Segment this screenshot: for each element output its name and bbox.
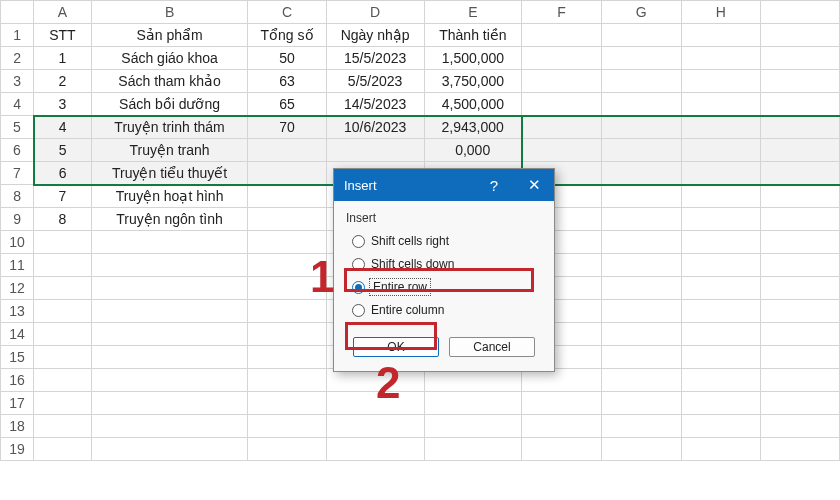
option-label: Entire column [371,303,444,317]
cell[interactable]: Sản phẩm [91,24,248,47]
row-header[interactable]: 16 [1,369,34,392]
row-header[interactable]: 14 [1,323,34,346]
row-header[interactable]: 7 [1,162,34,185]
table-row-selected: 6 5Truyện tranh0,000 [1,139,840,162]
row-header[interactable]: 2 [1,47,34,70]
row-header[interactable]: 4 [1,93,34,116]
cell[interactable]: Tổng số [248,24,326,47]
option-shift-right[interactable]: Shift cells right [352,231,542,251]
radio-icon [352,281,365,294]
row-header[interactable]: 1 [1,24,34,47]
table-row: 1 STT Sản phẩm Tổng số Ngày nhập Thành t… [1,24,840,47]
option-entire-row[interactable]: Entire row [352,277,542,297]
table-row-selected: 5 4Truyện trinh thám7010/6/20232,943,000 [1,116,840,139]
option-shift-down[interactable]: Shift cells down [352,254,542,274]
row-header[interactable]: 8 [1,185,34,208]
cancel-button[interactable]: Cancel [449,337,535,357]
cell[interactable]: STT [34,24,92,47]
option-label: Entire row [371,280,429,294]
help-button[interactable]: ? [474,169,514,201]
insert-dialog: Insert ? ✕ Insert Shift cells right Shif… [333,168,555,372]
cell[interactable]: 1,500,000 [424,47,522,70]
cell[interactable]: 1 [34,47,92,70]
row-header[interactable]: 3 [1,70,34,93]
table-row: 2 1Sách giáo khoa5015/5/20231,500,000 [1,47,840,70]
col-header[interactable]: E [424,1,522,24]
row-header[interactable]: 10 [1,231,34,254]
cell[interactable]: Sách giáo khoa [91,47,248,70]
row-header[interactable]: 15 [1,346,34,369]
cell[interactable] [681,24,761,47]
col-header[interactable]: C [248,1,326,24]
cell[interactable] [522,24,602,47]
col-header[interactable] [761,1,840,24]
col-header[interactable]: H [681,1,761,24]
col-header[interactable]: F [522,1,602,24]
cell[interactable]: Thành tiền [424,24,522,47]
row-header[interactable]: 9 [1,208,34,231]
select-all-corner[interactable] [1,1,34,24]
ok-button[interactable]: OK [353,337,439,357]
radio-icon [352,235,365,248]
option-label: Shift cells right [371,234,449,248]
row-header[interactable]: 19 [1,438,34,461]
cell[interactable] [761,24,840,47]
col-header[interactable]: B [91,1,248,24]
dialog-titlebar[interactable]: Insert ? ✕ [334,169,554,201]
row-header[interactable]: 11 [1,254,34,277]
cell[interactable]: 50 [248,47,326,70]
table-row: 4 3Sách bồi dưỡng6514/5/20234,500,000 [1,93,840,116]
radio-icon [352,304,365,317]
cell[interactable]: 15/5/2023 [326,47,424,70]
option-entire-column[interactable]: Entire column [352,300,542,320]
cell[interactable] [601,24,681,47]
group-label: Insert [346,211,542,225]
col-header[interactable]: D [326,1,424,24]
close-button[interactable]: ✕ [514,169,554,201]
col-header[interactable]: G [601,1,681,24]
row-header[interactable]: 13 [1,300,34,323]
table-row: 3 2Sách tham khảo635/5/20233,750,000 [1,70,840,93]
radio-icon [352,258,365,271]
row-header[interactable]: 12 [1,277,34,300]
col-header[interactable]: A [34,1,92,24]
dialog-title: Insert [344,178,377,193]
row-header[interactable]: 6 [1,139,34,162]
option-label: Shift cells down [371,257,454,271]
row-header[interactable]: 18 [1,415,34,438]
cell[interactable]: Ngày nhập [326,24,424,47]
row-header[interactable]: 5 [1,116,34,139]
row-header[interactable]: 17 [1,392,34,415]
